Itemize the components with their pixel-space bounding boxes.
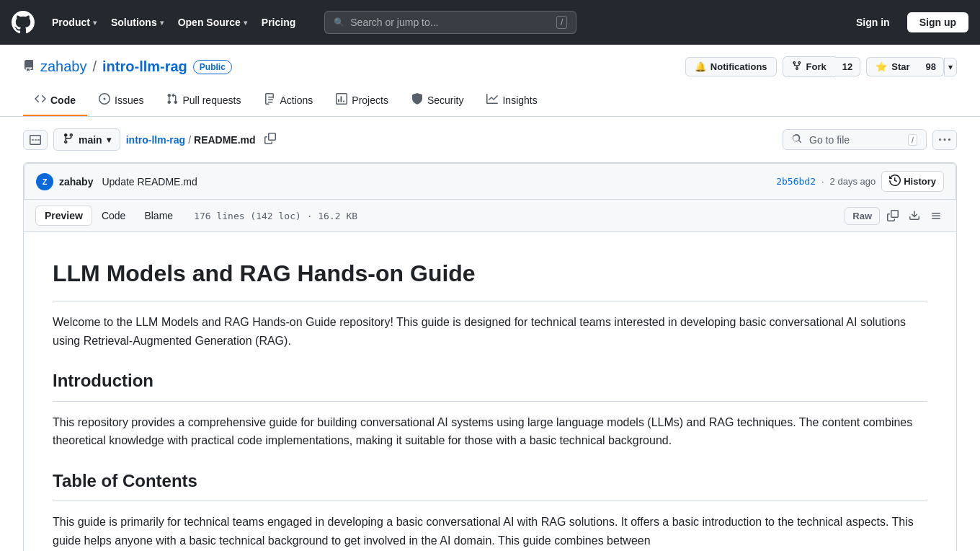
breadcrumb-separator: / [188,134,191,146]
notifications-button[interactable]: 🔔 Notifications [685,57,777,76]
actions-icon [264,93,275,107]
main-nav: Product ▾ Solutions ▾ Open Source ▾ Pric… [46,12,301,32]
search-input[interactable]: 🔍 Search or jump to... / [324,11,576,34]
fork-count[interactable]: 12 [835,57,860,76]
breadcrumb-repo-link[interactable]: intro-llm-rag [126,134,185,146]
history-button[interactable]: History [881,171,944,192]
copy-path-button[interactable] [262,131,279,149]
tree-toggle-button[interactable] [23,130,48,150]
tab-security[interactable]: Security [400,86,476,116]
fork-icon [792,61,802,73]
tab-code[interactable]: Code [23,86,87,116]
commit-sha-link[interactable]: 2b56bd2 [776,176,816,187]
tab-issues[interactable]: Issues [87,86,155,116]
copy-raw-button[interactable] [884,207,901,224]
commit-meta: 2b56bd2 · 2 days ago History [776,171,944,192]
star-icon: ⭐ [876,61,887,72]
raw-button[interactable]: Raw [845,207,880,225]
branch-icon [63,133,74,146]
file-actions-bar: Raw [845,207,945,225]
repo-icon [23,60,35,74]
global-header: Product ▾ Solutions ▾ Open Source ▾ Pric… [0,0,980,45]
visibility-badge: Public [193,60,232,74]
commit-author[interactable]: zahaby [59,176,93,188]
repo-actions: 🔔 Notifications Fork 12 ⭐ [685,56,957,77]
github-logo[interactable] [12,11,35,34]
section-toc: Table of Contents [53,467,927,501]
issue-icon [99,93,110,107]
header-actions: Sign in Sign up [845,12,968,32]
tab-blame-button[interactable]: Blame [135,206,182,226]
repo-tabs: Code Issues Pull requests [23,86,957,116]
file-header: Preview Code Blame 176 lines (142 loc) ·… [24,200,956,232]
tab-code-button[interactable]: Code [92,206,135,226]
star-button[interactable]: ⭐ Star [866,57,918,76]
shield-icon [411,93,423,107]
markdown-body: LLM Models and RAG Hands-on Guide Welcom… [24,232,956,551]
breadcrumb-file: README.md [194,134,256,146]
fork-pair: Fork 12 [783,56,861,77]
file-view: Z zahaby Update README.md 2b56bd2 · 2 da… [23,162,957,551]
chevron-down-icon: ▾ [160,19,164,27]
chevron-down-icon: ▾ [93,19,97,27]
nav-solutions[interactable]: Solutions ▾ [105,12,169,32]
bell-icon: 🔔 [695,61,706,72]
tab-insights[interactable]: Insights [475,86,548,116]
nav-pricing[interactable]: Pricing [256,12,301,32]
file-view-tabs: Preview Code Blame [35,206,182,226]
commit-message: Update README.md [102,176,197,188]
commit-row: Z zahaby Update README.md 2b56bd2 · 2 da… [24,163,956,200]
doc-title: LLM Models and RAG Hands-on Guide [53,255,927,301]
git-pr-icon [166,93,178,107]
file-actions-right: Go to file / [783,129,957,150]
nav-open-source[interactable]: Open Source ▾ [172,12,253,32]
branch-selector[interactable]: main ▾ [53,128,120,151]
repo-owner-link[interactable]: zahaby [40,58,87,75]
code-icon [35,93,46,107]
file-stats: 176 lines (142 loc) · 16.2 KB [194,211,357,221]
download-button[interactable] [906,207,923,224]
chevron-down-icon: ▾ [948,62,953,72]
insights-icon [486,93,498,107]
file-nav-row: main ▾ intro-llm-rag / README.md Go to f… [23,128,957,151]
projects-icon [336,93,347,107]
star-dropdown-button[interactable]: ▾ [944,58,957,76]
main-content: main ▾ intro-llm-rag / README.md Go to f… [0,117,980,551]
chevron-down-icon: ▾ [244,19,247,27]
tab-pull-requests[interactable]: Pull requests [155,86,252,116]
history-icon [889,175,901,188]
repo-name-link[interactable]: intro-llm-rag [102,58,187,75]
star-count[interactable]: 98 [919,57,944,76]
chevron-down-icon: ▾ [107,135,111,145]
more-options-button[interactable] [932,130,957,150]
search-bar[interactable]: 🔍 Search or jump to... / [324,11,576,34]
nav-product[interactable]: Product ▾ [46,12,102,32]
repo-title-row: zahaby / intro-llm-rag Public 🔔 Notifica… [23,56,957,77]
search-icon [792,133,802,146]
sign-in-button[interactable]: Sign in [845,13,901,32]
fork-button[interactable]: Fork [783,56,835,77]
toc-body: This guide is primarily for technical te… [53,513,927,550]
outline-button[interactable] [927,207,945,224]
intro-body: This repository provides a comprehensive… [53,413,927,450]
star-pair: ⭐ Star 98 ▾ [866,57,957,76]
breadcrumb: intro-llm-rag / README.md [126,134,256,146]
goto-file-button[interactable]: Go to file / [783,129,927,150]
tab-actions[interactable]: Actions [252,86,324,116]
search-icon: 🔍 [334,17,344,27]
intro-paragraph: Welcome to the LLM Models and RAG Hands-… [53,313,927,350]
tab-preview-button[interactable]: Preview [35,206,92,226]
avatar: Z [36,173,53,190]
section-intro: Introduction [53,367,927,401]
repo-separator: / [93,58,97,75]
tab-projects[interactable]: Projects [324,86,400,116]
repo-header: zahaby / intro-llm-rag Public 🔔 Notifica… [0,45,980,117]
sign-up-button[interactable]: Sign up [907,12,968,32]
commit-time: · [821,176,824,187]
goto-file-shortcut: / [908,134,917,146]
commit-time-ago: 2 days ago [830,176,876,187]
